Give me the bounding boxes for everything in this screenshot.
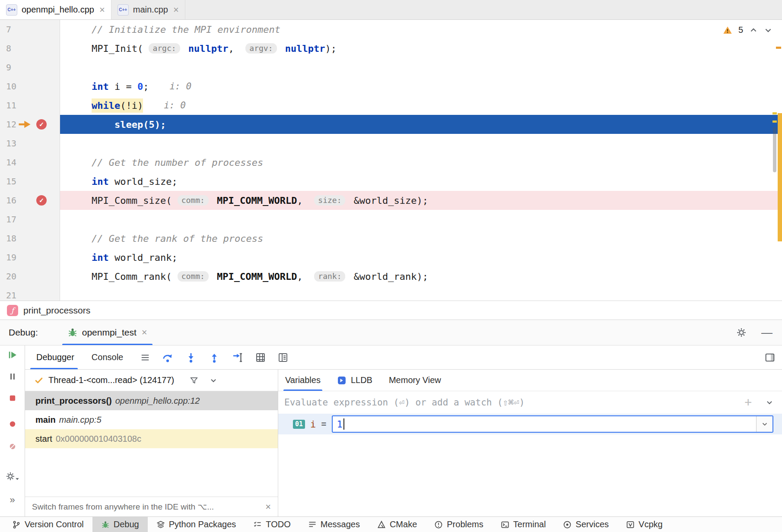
hidden-actions-icon[interactable]: » (10, 495, 15, 505)
code-token: i: 0 (164, 100, 186, 111)
tab-variables[interactable]: Variables (279, 370, 327, 391)
breakpoint-icon[interactable]: ✓ (36, 195, 47, 206)
gutter[interactable]: 21 (0, 286, 60, 301)
columns-view-icon[interactable] (278, 352, 288, 363)
code-text[interactable] (60, 286, 782, 301)
error-stripe-mark[interactable] (776, 47, 781, 49)
statusbar-item-debug[interactable]: Debug (92, 517, 148, 532)
evaluate-dropdown-chevron-icon[interactable] (766, 399, 773, 406)
evaluate-expression-input[interactable]: Evaluate expression (⏎) or add a watch (… (278, 391, 782, 414)
step-over-icon[interactable] (162, 352, 173, 363)
code-token: &world_size); (348, 195, 428, 206)
code-text[interactable]: MPI_Init( argc: nullptr, argv: nullptr); (60, 39, 782, 58)
prev-highlight-icon[interactable] (749, 26, 758, 35)
gutter[interactable]: 19 (0, 248, 60, 267)
stack-frames-list: print_processors()openmpi_hello.cpp:12ma… (25, 391, 278, 448)
step-into-icon[interactable] (185, 352, 197, 363)
statusbar-item-todo[interactable]: TODO (245, 517, 299, 532)
code-text[interactable]: MPI_Comm_size( comm: MPI_COMM_WORLD, siz… (60, 191, 782, 210)
statusbar-item-messages[interactable]: Messages (299, 517, 369, 532)
analysis-highlight-bar[interactable] (778, 113, 782, 241)
code-text[interactable]: // Get the rank of the process (60, 229, 782, 248)
thread-selector[interactable]: Thread-1-<com...read> (124177) (25, 370, 278, 391)
gutter[interactable]: 11 (0, 96, 60, 115)
breakpoint-icon[interactable]: ✓ (36, 119, 47, 130)
statusbar-item-vcpkg[interactable]: Vcpkg (617, 517, 671, 532)
more-options-icon[interactable] (140, 353, 150, 362)
tab-memory-view[interactable]: Memory View (383, 370, 447, 391)
tab-debugger[interactable]: Debugger (25, 345, 83, 369)
gutter[interactable]: 8 (0, 39, 60, 58)
close-session-icon[interactable]: × (142, 328, 147, 337)
run-to-cursor-icon[interactable] (232, 352, 243, 363)
stop-icon[interactable] (9, 393, 16, 403)
stack-frame[interactable]: mainmain.cpp:5 (25, 410, 278, 429)
stack-frame[interactable]: print_processors()openmpi_hello.cpp:12 (25, 391, 278, 410)
gutter[interactable]: 9 (0, 58, 60, 77)
gutter[interactable]: 14 (0, 153, 60, 172)
code-line: 14 // Get the number of processes (0, 153, 782, 172)
code-text[interactable] (60, 58, 782, 77)
watch-value-input[interactable]: 1 (332, 415, 773, 433)
gutter[interactable]: 10 (0, 77, 60, 96)
debug-session-tab[interactable]: openmpi_test × (60, 320, 155, 345)
tab-lldb[interactable]: LLDB (331, 370, 378, 391)
gutter[interactable]: 16✓ (0, 191, 60, 210)
code-text[interactable]: int world_size; (60, 172, 782, 191)
statusbar-item-version-control[interactable]: Version Control (3, 517, 92, 532)
editor-tab[interactable]: C++openmpi_hello.cpp× (0, 0, 111, 19)
grid-view-icon[interactable] (255, 352, 266, 363)
resume-icon[interactable] (8, 350, 17, 360)
code-text[interactable]: int i = 0;i: 0 (60, 77, 782, 96)
value-dropdown-button[interactable] (756, 416, 772, 432)
statusbar-item-services[interactable]: Services (554, 517, 617, 532)
close-hint-icon[interactable]: × (265, 502, 271, 512)
code-text[interactable]: while(!i)i: 0 (60, 96, 782, 115)
statusbar-item-problems[interactable]: Problems (426, 517, 492, 532)
code-text[interactable]: MPI_Comm_rank( comm: MPI_COMM_WORLD, ran… (60, 267, 782, 286)
code-token: world_rank; (109, 252, 178, 263)
gear-icon[interactable] (736, 327, 747, 338)
breadcrumb-function[interactable]: print_processors (23, 305, 90, 316)
gutter[interactable]: 17 (0, 210, 60, 229)
gutter[interactable]: 18 (0, 229, 60, 248)
gutter[interactable]: 13 (0, 134, 60, 153)
statusbar-item-cmake[interactable]: CMake (369, 517, 426, 532)
pause-icon[interactable] (8, 371, 17, 382)
error-stripe-mark[interactable] (772, 120, 777, 123)
tab-close-icon[interactable]: × (173, 5, 179, 15)
code-editor[interactable]: 7 // Initialize the MPI environment8 MPI… (0, 20, 782, 301)
layout-settings-icon[interactable] (765, 352, 775, 363)
tab-close-icon[interactable]: × (99, 5, 105, 15)
code-text[interactable]: // Initialize the MPI environment (60, 20, 782, 39)
code-text[interactable]: sleep(5); (60, 115, 782, 134)
gutter[interactable]: 20 (0, 267, 60, 286)
thread-dropdown-chevron-icon[interactable] (210, 377, 217, 384)
step-out-icon[interactable] (209, 352, 220, 363)
statusbar-item-python-packages[interactable]: Python Packages (148, 517, 245, 532)
code-text[interactable]: // Get the number of processes (60, 153, 782, 172)
editor-tab[interactable]: C++main.cpp× (111, 0, 185, 19)
gutter[interactable]: 15 (0, 172, 60, 191)
view-breakpoints-icon[interactable] (9, 419, 16, 429)
code-text[interactable] (60, 210, 782, 229)
next-highlight-icon[interactable] (764, 26, 772, 35)
gutter[interactable]: 7 (0, 20, 60, 39)
ide-window: C++openmpi_hello.cpp×C++main.cpp× 7 // I… (0, 0, 782, 532)
code-line: 17 (0, 210, 782, 229)
mute-breakpoints-icon[interactable] (9, 441, 16, 452)
filter-funnel-icon[interactable] (190, 376, 198, 385)
code-text[interactable] (60, 134, 782, 153)
frame-function: print_processors() (35, 396, 112, 406)
add-watch-icon[interactable]: + (744, 396, 752, 408)
code-line: 11 while(!i)i: 0 (0, 96, 782, 115)
tab-console[interactable]: Console (83, 345, 132, 369)
code-text[interactable]: int world_rank; (60, 248, 782, 267)
settings-gear-icon[interactable] (6, 471, 19, 481)
minimize-icon[interactable]: — (761, 327, 772, 338)
statusbar-item-terminal[interactable]: Terminal (492, 517, 555, 532)
error-stripe-mark[interactable] (772, 112, 777, 114)
scrollbar-thumb[interactable] (773, 127, 776, 172)
gutter[interactable]: 12✓ (0, 115, 60, 134)
stack-frame[interactable]: start0x000000010403108c (25, 429, 278, 448)
